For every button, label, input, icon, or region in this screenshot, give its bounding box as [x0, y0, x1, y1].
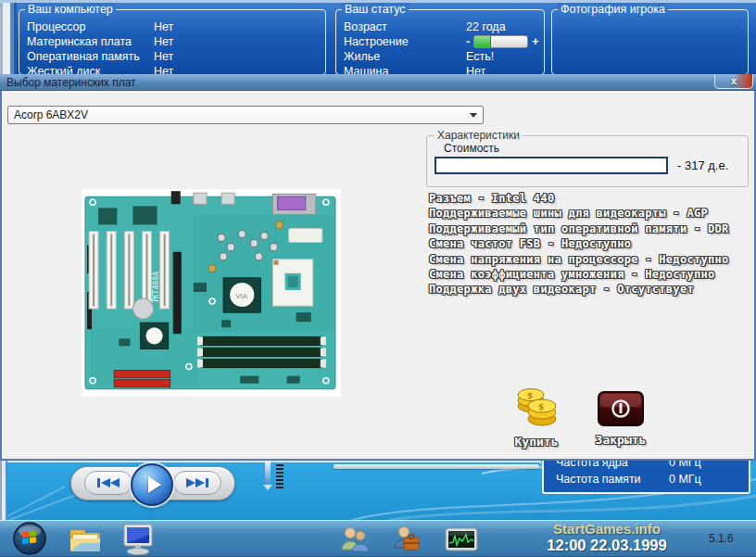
- motherboard-dialog: Выбор материнских плат x Acorp 6ABX2V Ха…: [0, 74, 756, 461]
- two-people-icon: [339, 525, 371, 553]
- chevron-down-icon: [470, 113, 477, 118]
- cost-label: Стоимость: [444, 142, 499, 155]
- close-button-label: Закрыть: [582, 433, 660, 447]
- svg-text:$: $: [527, 391, 533, 400]
- spec-line: Поддержка двух видеокарт - Отсутствует: [429, 282, 753, 297]
- mood-fill: [474, 36, 491, 47]
- computer-row: Материнская платаНет: [27, 34, 325, 49]
- your-computer-group: Ваш компьютер ПроцессорНет Материнская п…: [19, 9, 326, 75]
- version-label: 5.1.6: [709, 532, 734, 545]
- status-row: Возраст22 года: [344, 19, 544, 34]
- spec-line: Смена напряжения на процессоре - Недосту…: [429, 252, 753, 267]
- svg-text:VIA: VIA: [235, 292, 248, 300]
- previous-icon: [85, 472, 132, 494]
- dialog-body: Acorp 6ABX2V Характеристики Стоимость - …: [0, 91, 756, 461]
- dialog-titlebar: Выбор материнских плат x: [0, 74, 756, 91]
- folder-icon: [67, 524, 104, 555]
- tray-performance-icon[interactable]: [445, 527, 478, 557]
- coins-icon: $ $: [514, 384, 559, 428]
- spec-line: Поддерживаемый тип оперативной памяти - …: [429, 222, 753, 236]
- cost-gauge: [435, 157, 668, 174]
- motherboard-select[interactable]: Acorp 6ABX2V: [7, 106, 484, 124]
- motherboard-image: 7KT400A VIA: [82, 189, 341, 397]
- dialog-title: Выбор материнских плат: [6, 75, 136, 90]
- taskbar-clock-area: StartGames.info 12:00 22.03.1999: [505, 522, 709, 554]
- status-row: ЖильеЕсть!: [344, 49, 544, 64]
- taskbar: StartGames.info 12:00 22.03.1999 5.1.6: [0, 520, 756, 557]
- characteristics-title: Характеристики: [435, 129, 523, 142]
- your-status-group: Ваш статус Возраст22 года Настроение-+ Ж…: [335, 9, 545, 75]
- svg-text:7KT400A: 7KT400A: [152, 272, 160, 303]
- row-value: 22 года: [466, 20, 506, 33]
- group-title: Ваш компьютер: [25, 3, 116, 16]
- cost-value: - 317 д.е.: [677, 158, 728, 172]
- player-photo-group: Фотография игрока: [551, 9, 749, 75]
- window-edge-left-bottom: [0, 461, 7, 520]
- previous-track-button[interactable]: [84, 471, 132, 495]
- computer-row: Оперативная памятьНет: [27, 49, 325, 64]
- performance-monitor-icon: [445, 527, 478, 553]
- game-top-panel: Ваш компьютер ПроцессорНет Материнская п…: [0, 0, 756, 74]
- characteristics-group: Характеристики Стоимость - 317 д.е.: [426, 135, 749, 187]
- spec-line: Смена коэффициента умножения - Недоступн…: [429, 267, 753, 282]
- dialog-close-x-button[interactable]: x: [714, 74, 753, 89]
- play-button[interactable]: [131, 463, 173, 506]
- start-button[interactable]: [12, 522, 47, 557]
- play-icon: [148, 476, 161, 493]
- status-row-mood: Настроение-+: [344, 34, 544, 49]
- row-value: Нет: [154, 20, 173, 33]
- computer-icon: [119, 523, 158, 556]
- power-icon: [598, 391, 644, 426]
- svg-text:$: $: [538, 402, 544, 411]
- close-button[interactable]: Закрыть: [582, 384, 660, 447]
- mood-progressbar: [473, 35, 528, 48]
- next-icon: [174, 472, 220, 494]
- desktop-strip: Частота ядра 0 МГц Частота памяти 0 МГц: [0, 461, 756, 520]
- site-label: StartGames.info: [505, 522, 709, 537]
- taskbar-explorer-button[interactable]: [67, 524, 104, 557]
- game-clock: 12:00 22.03.1999: [505, 537, 709, 554]
- spec-line: Смена частот FSB - Недоступно: [429, 236, 753, 251]
- window-edge-left: [0, 3, 17, 77]
- volume-slider-ticks: [276, 464, 284, 490]
- window-divider: [7, 461, 541, 462]
- frequency-row: Частота памяти 0 МГц: [556, 473, 741, 486]
- group-title: Ваш статус: [342, 3, 409, 16]
- spec-line: Поддерживаемые шины для видеокарты - AGP: [429, 206, 753, 221]
- screen: Ваш компьютер ПроцессорНет Материнская п…: [0, 0, 756, 557]
- next-track-button[interactable]: [173, 471, 221, 495]
- buy-button[interactable]: $ $ Купить: [498, 384, 575, 449]
- row-value: Есть!: [466, 50, 494, 63]
- row-value: Нет: [154, 50, 173, 63]
- mood-increase-button[interactable]: +: [532, 35, 538, 48]
- spec-line: Разъем - Intel 440: [429, 191, 753, 206]
- group-title: Фотография игрока: [558, 3, 668, 16]
- windows-logo-icon: [12, 522, 47, 555]
- buy-button-label: Купить: [498, 435, 575, 449]
- volume-slider-handle[interactable]: [265, 459, 271, 485]
- media-player-controls: [70, 466, 235, 500]
- spec-list: Разъем - Intel 440 Поддерживаемые шины д…: [429, 191, 753, 297]
- mood-decrease-button[interactable]: -: [466, 35, 470, 48]
- frequency-value: 0 МГц: [669, 473, 701, 486]
- tray-users-icon[interactable]: [339, 525, 371, 557]
- row-value: Нет: [154, 35, 173, 48]
- tray-worker-icon[interactable]: [391, 525, 422, 557]
- hidden-window-edge: [334, 464, 539, 469]
- motherboard-select-value: Acorp 6ABX2V: [14, 108, 88, 123]
- person-briefcase-icon: [391, 525, 422, 553]
- taskbar-computer-button[interactable]: [119, 523, 158, 557]
- computer-row: ПроцессорНет: [27, 19, 325, 34]
